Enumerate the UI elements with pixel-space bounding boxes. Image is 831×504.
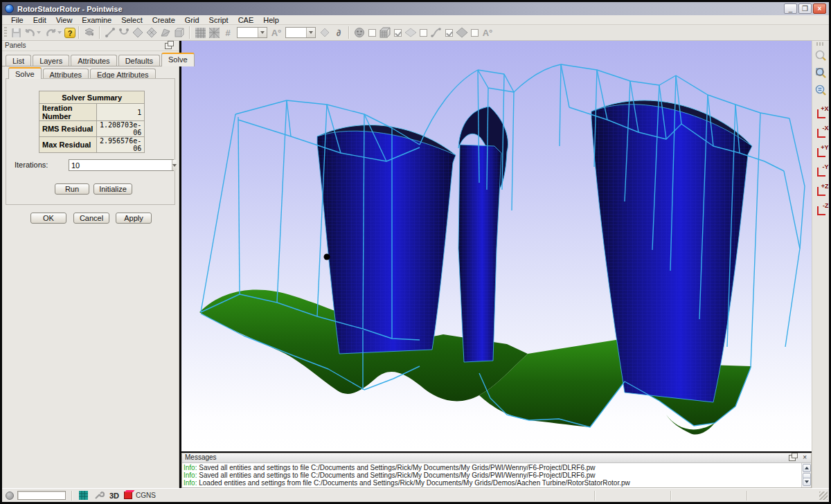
scroll-up-icon[interactable] <box>803 464 811 472</box>
menu-item-create[interactable]: Create <box>148 16 180 24</box>
connector-curve-icon[interactable] <box>429 26 443 39</box>
solver-summary-table: Solver Summary Iteration Number 1 RMS Re… <box>39 91 145 153</box>
iterations-dropdown[interactable] <box>172 160 177 170</box>
mask-face-icon[interactable] <box>352 26 366 39</box>
redo-icon[interactable] <box>44 26 57 39</box>
dimension-combobox[interactable] <box>237 27 267 38</box>
messages-float-icon[interactable] <box>789 455 796 461</box>
curve-icon[interactable] <box>117 26 131 39</box>
row-label: Max Residual <box>39 137 97 153</box>
connector-visibility-checkbox[interactable] <box>445 29 453 37</box>
app-icon <box>5 4 14 13</box>
menu-item-cae[interactable]: CAE <box>233 16 259 24</box>
window-title: RotorStatorRotor - Pointwise <box>17 5 783 13</box>
partial-derivative-icon[interactable]: ∂ <box>332 26 346 39</box>
shaded-diamond-icon[interactable] <box>455 26 469 39</box>
diamond-icon[interactable] <box>318 26 332 39</box>
close-button[interactable]: × <box>813 3 826 14</box>
run-button[interactable]: Run <box>55 183 89 195</box>
subtab-edge-attributes[interactable]: Edge Attributes <box>90 69 156 79</box>
mask-face-checkbox[interactable] <box>368 29 376 37</box>
domain-visibility-checkbox[interactable] <box>420 29 427 37</box>
tab-layers[interactable]: Layers <box>33 55 69 66</box>
main-toolbar: ? # <box>2 25 829 41</box>
viewport-3d[interactable] <box>181 41 812 451</box>
cae-solver-icon <box>124 492 132 499</box>
domain-grid-icon[interactable] <box>145 26 159 39</box>
spacing-combobox[interactable] <box>285 27 316 38</box>
messages-close-icon[interactable]: × <box>803 453 807 461</box>
subtab-attributes[interactable]: Attributes <box>43 69 89 79</box>
scroll-down-icon[interactable] <box>803 478 811 486</box>
subtab-solve[interactable]: Solve <box>8 67 42 79</box>
dimension-dropdown[interactable] <box>258 28 267 37</box>
progress-field <box>17 491 66 500</box>
database-visibility-checkbox[interactable] <box>471 29 479 37</box>
menu-item-grid[interactable]: Grid <box>180 16 204 24</box>
tool-wrench-icon <box>94 491 105 500</box>
view-plus-z-button[interactable]: +Z <box>814 182 828 200</box>
database-fan-icon[interactable] <box>159 26 172 39</box>
resize-grip[interactable] <box>819 492 828 500</box>
tab-list[interactable]: List <box>6 55 31 66</box>
undo-icon[interactable] <box>23 26 37 39</box>
cube-icon[interactable] <box>378 26 392 39</box>
spacing-input[interactable] <box>286 28 306 37</box>
zoom-icon[interactable] <box>814 47 828 64</box>
menu-item-script[interactable]: Script <box>204 16 233 24</box>
menu-item-select[interactable]: Select <box>116 16 148 24</box>
spacing-constraint-icon[interactable]: A° <box>481 26 494 39</box>
cancel-button[interactable]: Cancel <box>73 213 109 224</box>
view-minus-z-button[interactable]: -Z <box>814 201 828 219</box>
panels-float-icon[interactable] <box>165 43 172 49</box>
status-pane-separator <box>747 491 748 501</box>
view-minus-y-button[interactable]: -Y <box>814 163 828 181</box>
row-value: 1 <box>97 104 145 121</box>
view-toolbar-grip[interactable] <box>816 42 825 46</box>
selected-point-marker[interactable] <box>324 254 330 260</box>
structured-grid-icon[interactable] <box>193 26 207 39</box>
iterations-spinbox[interactable] <box>69 159 174 171</box>
unstructured-grid-icon[interactable] <box>207 26 221 39</box>
tab-attributes[interactable]: Attributes <box>71 55 116 66</box>
view-plus-y-button[interactable]: +Y <box>814 143 828 161</box>
undo-dropdown-icon[interactable] <box>37 31 41 34</box>
menu-item-file[interactable]: File <box>6 16 28 24</box>
restore-button[interactable]: ❐ <box>798 3 812 14</box>
menu-item-edit[interactable]: Edit <box>28 16 51 24</box>
zoom-one-to-one-icon[interactable] <box>814 82 828 98</box>
status-pane-separator <box>670 491 672 501</box>
ok-button[interactable]: OK <box>30 213 66 224</box>
menu-item-view[interactable]: View <box>51 16 78 24</box>
dimension-icon[interactable]: # <box>221 26 235 39</box>
spacing-icon[interactable]: A° <box>269 26 283 39</box>
status-divider <box>71 491 73 501</box>
block-icon[interactable] <box>172 26 186 39</box>
grid-mode-icon <box>78 490 89 501</box>
menu-item-help[interactable]: Help <box>258 16 284 24</box>
initialize-button[interactable]: Initialize <box>93 183 132 195</box>
dimension-input[interactable] <box>238 28 258 37</box>
connector-icon[interactable] <box>103 26 117 39</box>
iterations-input[interactable] <box>69 160 172 170</box>
layer-stack-icon[interactable] <box>82 26 96 39</box>
minimize-button[interactable]: _ <box>784 3 797 14</box>
tab-defaults[interactable]: Defaults <box>118 55 160 66</box>
toolbar-separator <box>348 26 350 39</box>
domain-icon[interactable] <box>131 26 145 39</box>
redo-dropdown-icon[interactable] <box>57 31 62 34</box>
toolbar-grip[interactable] <box>4 27 7 38</box>
view-minus-x-button[interactable]: -X <box>814 124 828 142</box>
messages-list[interactable]: Info: Saved all entities and settings to… <box>182 463 801 487</box>
zoom-to-fit-icon[interactable] <box>814 64 828 81</box>
apply-button[interactable]: Apply <box>116 213 152 224</box>
block-visibility-checkbox[interactable] <box>394 29 402 37</box>
spacing-dropdown[interactable] <box>306 28 315 37</box>
messages-scrollbar[interactable] <box>801 463 811 487</box>
flat-diamond-icon[interactable] <box>404 26 418 39</box>
view-plus-x-button[interactable]: +X <box>814 105 828 123</box>
menu-item-examine[interactable]: Examine <box>77 16 116 24</box>
save-icon[interactable] <box>9 26 23 39</box>
tab-solve[interactable]: Solve <box>161 53 195 66</box>
help-icon[interactable]: ? <box>64 28 75 38</box>
